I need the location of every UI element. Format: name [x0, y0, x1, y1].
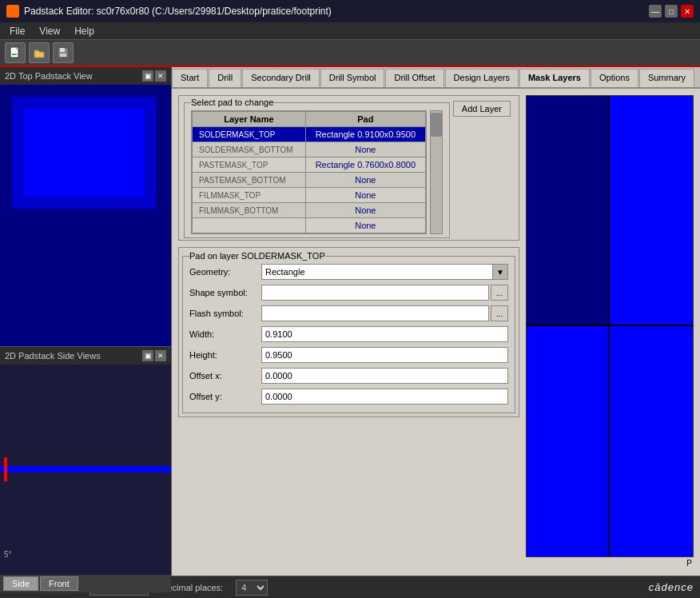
- svg-rect-6: [60, 54, 66, 57]
- top-view-header: 2D Top Padstack View ▣ ✕: [0, 67, 171, 85]
- layer-name-5: FILMMASK_BOTTOM: [193, 203, 306, 218]
- top-view-panel: 2D Top Padstack View ▣ ✕: [0, 67, 171, 347]
- table-row[interactable]: SOLDERMASK_TOP Rectangle 0.9100x0.9500: [193, 127, 426, 142]
- select-pad-section: Select pad to change Layer Name Pad: [178, 95, 519, 241]
- svg-rect-5: [60, 48, 65, 52]
- top-view-close[interactable]: ✕: [155, 70, 166, 82]
- table-row[interactable]: None: [193, 218, 426, 233]
- top-view-content: [0, 85, 171, 346]
- decimal-select[interactable]: 4: [236, 580, 268, 596]
- add-layer-button[interactable]: Add Layer: [453, 101, 511, 117]
- table-row[interactable]: SOLDERMASK_BOTTOM None: [193, 142, 426, 157]
- side-view-title: 2D Padstack Side Views: [5, 351, 101, 361]
- height-label: Height:: [189, 350, 261, 360]
- new-button[interactable]: [5, 42, 26, 63]
- maximize-button[interactable]: □: [665, 5, 678, 18]
- left-panel: 2D Top Padstack View ▣ ✕ 2D Padstack Sid…: [0, 67, 172, 576]
- offset-x-input[interactable]: [261, 368, 508, 384]
- side-front-tabs: Side Front: [0, 575, 171, 592]
- minimize-button[interactable]: —: [649, 5, 662, 18]
- pad-value-6: None: [305, 218, 425, 233]
- open-button[interactable]: [29, 42, 50, 63]
- pad-table: Layer Name Pad SOLDERMASK_TOP Rectangle: [192, 111, 426, 233]
- side-view-content: 5°: [0, 365, 171, 575]
- geometry-dropdown-wrapper: RectangleCircleOblongSquareCustom ▼: [261, 264, 508, 280]
- geometry-select[interactable]: RectangleCircleOblongSquareCustom: [261, 264, 508, 280]
- preview-grid: [526, 95, 694, 557]
- left-content: Select pad to change Layer Name Pad: [178, 95, 519, 569]
- tab-drill[interactable]: Drill: [209, 69, 241, 87]
- tab-drill-offset[interactable]: Drill Offset: [385, 69, 443, 87]
- menu-view[interactable]: View: [33, 24, 66, 38]
- layer-name-4: FILMMASK_TOP: [193, 188, 306, 203]
- menu-bar: File View Help: [0, 22, 700, 40]
- tab-mask-layers[interactable]: Mask Layers: [519, 69, 590, 87]
- main-area: 2D Top Padstack View ▣ ✕ 2D Padstack Sid…: [0, 67, 700, 576]
- pad-table-scroll[interactable]: Layer Name Pad SOLDERMASK_TOP Rectangle: [191, 110, 427, 234]
- preview-quad-tr: [610, 96, 693, 326]
- menu-help[interactable]: Help: [68, 24, 101, 38]
- flash-symbol-input[interactable]: [261, 305, 489, 321]
- top-view-restore[interactable]: ▣: [142, 70, 153, 82]
- table-row[interactable]: FILMMASK_TOP None: [193, 188, 426, 203]
- app-icon: [6, 5, 19, 18]
- height-row: Height:: [189, 347, 508, 363]
- tab-drill-symbol[interactable]: Drill Symbol: [320, 69, 385, 87]
- pad-layer-title: Pad on layer SOLDERMASK_TOP: [189, 251, 325, 261]
- side-view-header: 2D Padstack Side Views ▣ ✕: [0, 347, 171, 365]
- table-row[interactable]: PASTEMASK_BOTTOM None: [193, 173, 426, 188]
- side-tab[interactable]: Side: [3, 576, 38, 591]
- pad-value-2: Rectangle 0.7600x0.8000: [305, 157, 425, 173]
- table-row[interactable]: FILMMASK_BOTTOM None: [193, 203, 426, 218]
- width-label: Width:: [189, 329, 261, 339]
- preview-quad-tl: [527, 96, 610, 326]
- flash-symbol-browse[interactable]: ...: [491, 305, 508, 321]
- tabs-bar: Start Drill Secondary Drill Drill Symbol…: [172, 67, 700, 89]
- shape-symbol-input[interactable]: [261, 285, 489, 301]
- save-button[interactable]: [53, 42, 74, 63]
- layer-name-6: [193, 218, 306, 233]
- col-pad: Pad: [305, 112, 425, 127]
- side-view-restore[interactable]: ▣: [142, 350, 153, 361]
- table-row[interactable]: PASTEMASK_TOP Rectangle 0.7600x0.8000: [193, 157, 426, 173]
- layer-name-1: SOLDERMASK_BOTTOM: [193, 142, 306, 157]
- side-angle-label: 5°: [4, 550, 12, 559]
- width-row: Width:: [189, 326, 508, 342]
- shape-symbol-row: Shape symbol: ...: [189, 285, 508, 301]
- geometry-dropdown-arrow[interactable]: ▼: [492, 264, 508, 280]
- pad-value-0: Rectangle 0.9100x0.9500: [305, 127, 425, 142]
- table-scrollbar[interactable]: [430, 110, 443, 234]
- offset-x-label: Offset x:: [189, 371, 261, 381]
- layer-name-0: SOLDERMASK_TOP: [193, 127, 306, 142]
- preview-side-label: P: [686, 559, 692, 568]
- offset-y-input[interactable]: [261, 389, 508, 405]
- flash-symbol-label: Flash symbol:: [189, 309, 261, 318]
- shape-symbol-label: Shape symbol:: [189, 288, 261, 297]
- tab-start[interactable]: Start: [172, 69, 208, 87]
- preview-quad-bl: [527, 326, 610, 556]
- geometry-row: Geometry: RectangleCircleOblongSquareCus…: [189, 264, 508, 280]
- preview-label: P: [526, 557, 694, 569]
- shape-symbol-browse[interactable]: ...: [491, 285, 508, 301]
- preview-area: P: [526, 95, 694, 569]
- side-view-close[interactable]: ✕: [155, 350, 166, 361]
- side-view-line: [0, 466, 171, 472]
- front-tab[interactable]: Front: [40, 576, 78, 591]
- window-title: Padstack Editor: sc0r76x0r80 (C:/Users/2…: [24, 6, 332, 17]
- tab-design-layers[interactable]: Design Layers: [445, 69, 519, 87]
- menu-file[interactable]: File: [3, 24, 31, 38]
- pad-value-1: None: [305, 142, 425, 157]
- pad-value-4: None: [305, 188, 425, 203]
- top-view-pad-inner: [24, 109, 144, 197]
- content-area: Select pad to change Layer Name Pad: [172, 89, 700, 576]
- close-button[interactable]: ✕: [681, 5, 694, 18]
- tab-options[interactable]: Options: [591, 69, 638, 87]
- title-bar: Padstack Editor: sc0r76x0r80 (C:/Users/2…: [0, 0, 700, 22]
- tab-summary[interactable]: Summary: [639, 69, 694, 87]
- pad-value-3: None: [305, 173, 425, 188]
- height-input[interactable]: [261, 347, 508, 363]
- pad-value-5: None: [305, 203, 425, 218]
- width-input[interactable]: [261, 326, 508, 342]
- tab-secondary-drill[interactable]: Secondary Drill: [242, 69, 320, 87]
- top-view-title: 2D Top Padstack View: [5, 71, 93, 81]
